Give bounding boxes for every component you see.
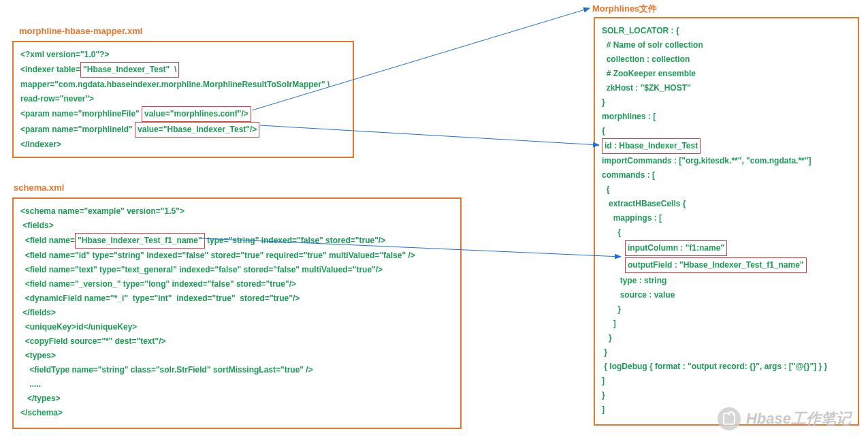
morph-line: source : value xyxy=(602,288,851,302)
watermark-text: Hbase工作笔记 xyxy=(746,409,851,429)
morph-line: } xyxy=(602,302,851,317)
schema-line: <dynamicField name="*_i" type="int" inde… xyxy=(20,291,453,306)
schema-line: </fields> xyxy=(20,306,453,320)
schema-line: </schema> xyxy=(20,406,453,420)
mapper-title: morphline-hbase-mapper.xml xyxy=(19,26,142,36)
mapper-panel: <?xml version="1.0"?> <indexer table="Hb… xyxy=(12,41,354,158)
schema-line: <copyField source="*" dest="text"/> xyxy=(20,334,453,349)
text: <field name= xyxy=(20,236,75,245)
schema-line: ..... xyxy=(20,377,453,392)
mapper-line: <param name="morphlineFile" value="morph… xyxy=(20,106,346,122)
schema-field-name-box: "Hbase_Indexer_Test_f1_name" xyxy=(75,233,205,249)
morph-line: { xyxy=(602,124,851,138)
morph-line: } xyxy=(602,331,851,345)
morphline-file-box: value="morphlines.conf"/> xyxy=(142,106,251,122)
schema-title: schema.xml xyxy=(14,183,64,193)
mapper-line: <param name="morphlineId" value="Hbase_I… xyxy=(20,122,346,138)
morph-line: } xyxy=(602,345,851,360)
schema-line: <fieldType name="string" class="solr.Str… xyxy=(20,363,453,377)
morph-line: id : Hbase_Indexer_Test xyxy=(602,138,851,154)
morphlines-panel: SOLR_LOCATOR : { # Name of solr collecti… xyxy=(594,17,859,426)
morph-line: # Name of solr collection xyxy=(602,38,851,52)
morph-line: { logDebug { format : "output record: {}… xyxy=(602,360,851,374)
schema-line: <uniqueKey>id</uniqueKey> xyxy=(20,320,453,334)
morph-output-field-box: outputField : "Hbase_Indexer_Test_f1_nam… xyxy=(625,257,807,273)
morph-line: SOLR_LOCATOR : { xyxy=(602,24,851,38)
indexer-table-box: "Hbase_Indexer_Test" \ xyxy=(80,62,179,78)
morphlines-title: Morphlines文件 xyxy=(592,3,657,15)
mapper-line: </indexer> xyxy=(20,138,346,152)
text: <param name="morphlineFile" xyxy=(20,109,142,118)
morph-line: collection : collection xyxy=(602,52,851,67)
schema-line: <field name="_version_" type="long" inde… xyxy=(20,277,453,291)
text: type="string" indexed="false" stored="tr… xyxy=(205,236,386,245)
mapper-line: <indexer table="Hbase_Indexer_Test" \ xyxy=(20,62,346,78)
morph-line: morphlines : [ xyxy=(602,110,851,124)
mapper-line: mapper="com.ngdata.hbaseindexer.morphlin… xyxy=(20,78,346,92)
morph-line: { xyxy=(602,183,851,197)
mapper-line: <?xml version="1.0"?> xyxy=(20,48,346,62)
wechat-icon xyxy=(718,407,741,430)
morph-line: importCommands : ["org.kitesdk.**", "com… xyxy=(602,154,851,168)
morph-line: ] xyxy=(602,317,851,331)
morph-line: } xyxy=(602,95,851,110)
morph-id-box: id : Hbase_Indexer_Test xyxy=(602,138,701,154)
morph-line: type : string xyxy=(602,274,851,288)
text: <param name="morphlineId" xyxy=(20,125,135,134)
watermark: Hbase工作笔记 xyxy=(718,407,851,430)
mapper-line: read-row="never"> xyxy=(20,92,346,106)
schema-line: <field name="id" type="string" indexed="… xyxy=(20,249,453,263)
schema-line: <fields> xyxy=(20,219,453,233)
schema-line: <field name="Hbase_Indexer_Test_f1_name"… xyxy=(20,233,453,249)
schema-line: <types> xyxy=(20,349,453,363)
morphline-id-box: value="Hbase_Indexer_Test"/> xyxy=(135,122,259,138)
morph-line: { xyxy=(602,225,851,240)
schema-line: </types> xyxy=(20,392,453,406)
morph-line: extractHBaseCells { xyxy=(602,197,851,211)
text: <indexer table= xyxy=(20,65,80,74)
morph-line: } xyxy=(602,388,851,402)
schema-line: <field name="text" type="text_general" i… xyxy=(20,263,453,277)
morph-line: zkHost : "$ZK_HOST" xyxy=(602,81,851,95)
morph-line: # ZooKeeper ensemble xyxy=(602,67,851,81)
schema-panel: <schema name="example" version="1.5"> <f… xyxy=(12,197,462,429)
morph-line: commands : [ xyxy=(602,168,851,183)
morph-line: mappings : [ xyxy=(602,211,851,225)
morph-line: ] xyxy=(602,374,851,388)
schema-line: <schema name="example" version="1.5"> xyxy=(20,204,453,219)
morph-input-column-box: inputColumn : "f1:name" xyxy=(625,240,727,256)
